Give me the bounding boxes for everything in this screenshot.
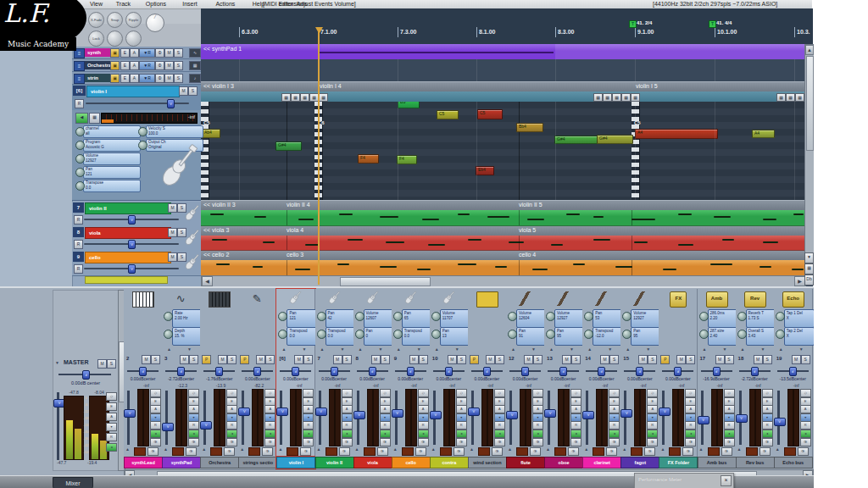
volume-slider-handle[interactable]: V: [128, 215, 136, 225]
folder-button[interactable]: P: [202, 355, 211, 364]
strip-side-button[interactable]: Œ: [609, 438, 620, 446]
strip-name-label[interactable]: Echo bus: [774, 457, 813, 469]
strip-side-button[interactable]: ▾: [188, 413, 199, 422]
strip-side-button[interactable]: E: [570, 397, 581, 406]
spinner-down-icon[interactable]: ▼: [531, 347, 536, 352]
mute-button[interactable]: M: [792, 355, 801, 364]
spinner-down-icon[interactable]: ▼: [302, 347, 306, 352]
clip-toolbar-button[interactable]: ▦: [281, 93, 291, 102]
strip-side-button[interactable]: A: [188, 405, 199, 413]
bottom-small-button[interactable]: Œ: [262, 447, 273, 456]
collapse-icon[interactable]: ▼: [55, 360, 59, 365]
param-velocity-s[interactable]: Velocity S100.0: [146, 125, 203, 138]
strip-side-button[interactable]: ◇: [762, 389, 773, 397]
strip-side-button[interactable]: ◇: [532, 389, 543, 397]
knob-pan[interactable]: Pan121: [287, 309, 317, 328]
pan-slider-handle[interactable]: d: [483, 367, 491, 376]
track-button-E[interactable]: E: [120, 61, 130, 70]
strip-name-label[interactable]: violin I: [276, 457, 315, 469]
clip-header-label[interactable]: cello 3: [287, 252, 303, 258]
scroll-up-icon[interactable]: ▲: [805, 45, 814, 55]
strip-side-button[interactable]: ◂: [800, 430, 811, 438]
track-button-M[interactable]: M: [164, 61, 174, 70]
param-knob[interactable]: [75, 154, 85, 164]
track-type-icon[interactable]: ≡: [74, 74, 85, 84]
master-side-button[interactable]: R: [106, 433, 117, 441]
clip-header-label[interactable]: cello 4: [519, 252, 536, 258]
clip-header-label[interactable]: violin II 5: [519, 202, 542, 208]
knob-rate[interactable]: Rate2.00 Hz: [172, 309, 203, 328]
param-knob[interactable]: [138, 141, 147, 150]
toolbar-button-Snap[interactable]: Snap: [107, 12, 123, 28]
strip-name-label[interactable]: viola: [353, 457, 392, 469]
strip-side-button[interactable]: A: [647, 405, 658, 413]
strip-side-button[interactable]: ◇: [188, 389, 199, 397]
strip-side-button[interactable]: R: [685, 421, 696, 430]
strip-side-button[interactable]: R: [264, 421, 275, 430]
playhead-line[interactable]: [318, 27, 320, 285]
toolbar-button-5[interactable]: [125, 30, 142, 47]
folder-track-label[interactable]: synth: [85, 48, 112, 57]
knob-pan[interactable]: Pan53: [593, 309, 623, 328]
spinner-up-icon[interactable]: ▲: [435, 347, 439, 352]
strip-name-label[interactable]: violin II: [315, 457, 354, 469]
knob-dial[interactable]: [508, 312, 517, 321]
strip-side-button[interactable]: Œ: [800, 438, 811, 446]
folder-track-strin[interactable]: ≡strin▣EA▼RΦMS♪: [72, 72, 201, 85]
knob-pan[interactable]: Pan42: [326, 309, 356, 328]
piano-roll-area[interactable]: C5C6C5Ab4G#4F4F4D5C5C5Eb4Bb4G#4G#4A4A4: [201, 102, 813, 208]
mute-button[interactable]: M: [179, 86, 188, 96]
strip-side-button[interactable]: R: [342, 421, 353, 430]
channel-fader-handle[interactable]: V: [315, 408, 327, 416]
strip-name-label[interactable]: strings sectio: [238, 457, 277, 469]
strip-side-button[interactable]: ◂: [380, 430, 391, 438]
solo-button[interactable]: S: [725, 355, 734, 364]
track-row-violin-II[interactable]: 7violin IIMSRV: [72, 202, 201, 227]
track-button-S[interactable]: S: [174, 48, 183, 58]
spinner-down-icon[interactable]: ▼: [417, 347, 421, 352]
strip-side-button[interactable]: ▾: [226, 413, 237, 422]
strip-side-button[interactable]: ◂: [264, 430, 275, 438]
solo-button[interactable]: S: [227, 355, 236, 364]
strip-side-button[interactable]: A: [570, 405, 581, 413]
strip-side-button[interactable]: Œ: [226, 438, 237, 446]
knob-pan[interactable]: Pan91: [516, 327, 547, 346]
strip-side-button[interactable]: ▾: [264, 413, 275, 422]
close-icon[interactable]: ×: [721, 475, 732, 486]
strip-side-button[interactable]: R: [303, 421, 314, 430]
clip-header-label[interactable]: violin I 4: [320, 83, 342, 89]
spinner-down-icon[interactable]: ▼: [799, 347, 804, 352]
solo-button[interactable]: S: [188, 86, 198, 96]
mute-button[interactable]: M: [754, 355, 763, 364]
strip-side-button[interactable]: E: [188, 397, 199, 406]
knob-pan[interactable]: Pan95: [631, 327, 661, 346]
performance-floating-window[interactable]: Performance Meter ×: [634, 473, 734, 488]
pan-slider-handle[interactable]: d: [331, 367, 338, 376]
midi-note[interactable]: C5: [477, 109, 503, 119]
record-cell[interactable]: [134, 447, 146, 456]
mixer-tab[interactable]: Mixer: [53, 477, 93, 488]
clip-header-label[interactable]: << violin II 3: [203, 202, 236, 208]
channel-fader-handle[interactable]: V: [468, 408, 480, 416]
spinner-up-icon[interactable]: ▲: [359, 347, 363, 352]
strip-side-button[interactable]: ▾: [724, 413, 735, 422]
knob-transposd[interactable]: Transposd0.0: [326, 327, 356, 346]
strip-side-button[interactable]: ◇: [380, 389, 391, 397]
folder-track-synth[interactable]: ≡synth▣EA▼RΦMS∿: [72, 47, 201, 59]
record-cell[interactable]: [708, 447, 720, 456]
channel-fader[interactable]: [242, 391, 244, 445]
strip-side-button[interactable]: ◂: [150, 430, 161, 438]
strip-side-button[interactable]: A: [762, 405, 773, 413]
strip-side-button[interactable]: ◇: [342, 389, 353, 397]
channel-fader-handle[interactable]: V: [124, 409, 136, 418]
strip-side-button[interactable]: ▾: [494, 413, 505, 422]
strip-side-button[interactable]: E: [226, 397, 237, 406]
strip-side-button[interactable]: E: [609, 397, 620, 406]
solo-button[interactable]: S: [303, 355, 313, 364]
record-cell[interactable]: [364, 447, 376, 456]
track-row-viola[interactable]: 8violaMSRV: [72, 226, 201, 252]
bottom-small-button[interactable]: Œ: [606, 447, 617, 456]
solo-button[interactable]: S: [763, 355, 772, 364]
strip-side-button[interactable]: E: [800, 397, 811, 406]
r-button[interactable]: R: [74, 240, 83, 249]
